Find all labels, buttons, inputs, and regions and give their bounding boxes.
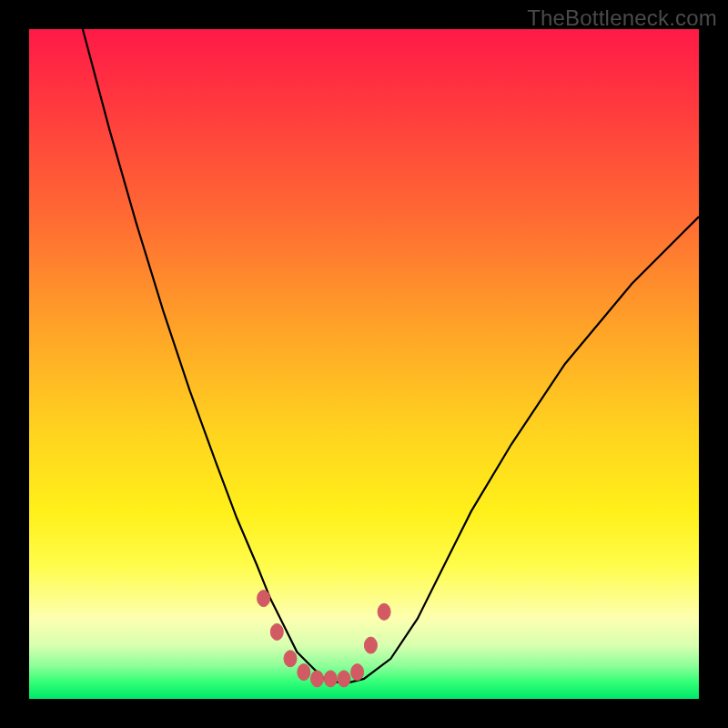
highlight-dots-group [258,591,391,687]
highlight-dot [338,671,350,687]
highlight-dot [378,603,390,620]
highlight-dot [270,623,283,640]
bottleneck-curve [83,29,699,682]
highlight-dot [324,671,337,687]
highlight-dot [311,671,324,687]
highlight-dot [364,637,377,653]
plot-area [29,29,699,699]
highlight-dot [284,651,297,667]
highlight-dot [298,664,310,681]
highlight-dot [351,664,364,681]
chart-svg [29,29,699,699]
chart-frame: TheBottleneck.com [0,0,728,728]
highlight-dot [258,591,270,607]
watermark-label: TheBottleneck.com [527,5,717,31]
